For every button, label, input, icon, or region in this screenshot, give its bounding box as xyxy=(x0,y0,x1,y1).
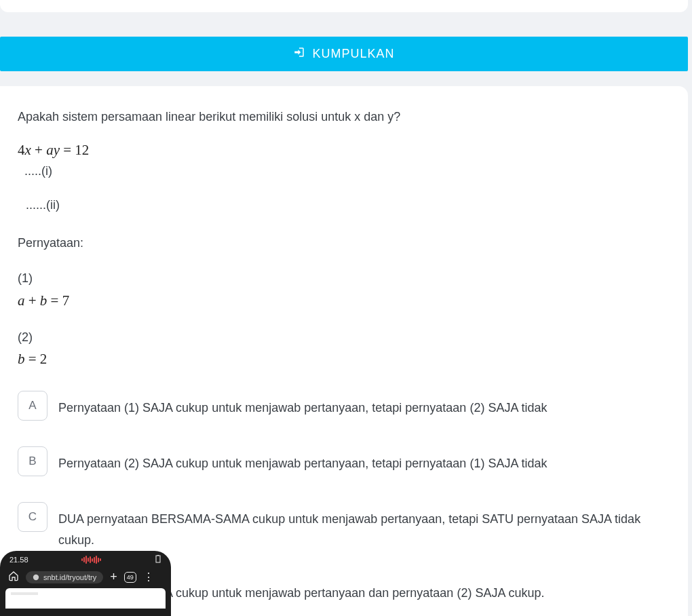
option-b-text: Pernyataan (2) SAJA cukup untuk menjawab… xyxy=(58,446,670,474)
svg-point-2 xyxy=(33,574,39,579)
option-a-key[interactable]: A xyxy=(18,391,47,421)
menu-dots-icon[interactable]: ⋮ xyxy=(143,571,153,583)
equation-1: 4x + ay = 12 xyxy=(18,139,670,161)
statement-1-equation: a + b = 7 xyxy=(18,290,670,312)
login-icon xyxy=(293,46,305,62)
question-card: Apakah sistem persamaan linear berikut m… xyxy=(0,86,688,616)
new-tab-icon[interactable]: + xyxy=(110,570,117,584)
submit-button[interactable]: KUMPULKAN xyxy=(0,37,688,71)
option-c-text: DUA pernyataan BERSAMA-SAMA cukup untuk … xyxy=(58,502,670,550)
equation-2-tag: ......(ii) xyxy=(26,196,670,215)
phone-time: 21.58 xyxy=(9,556,28,564)
phone-status-bar: 21.58 xyxy=(0,551,171,566)
svg-rect-0 xyxy=(156,556,160,562)
phone-page-preview xyxy=(5,588,166,609)
statement-2-number: (2) xyxy=(18,328,670,347)
battery-icon xyxy=(155,555,161,564)
option-a-text: Pernyataan (1) SAJA cukup untuk menjawab… xyxy=(58,391,670,419)
option-a: A Pernyataan (1) SAJA cukup untuk menjaw… xyxy=(18,391,670,421)
equation-1-tag: .....(i) xyxy=(24,162,670,181)
statement-2-equation: b = 2 xyxy=(18,348,670,370)
recording-wave-icon xyxy=(81,556,101,564)
statement-1-number: (1) xyxy=(18,269,670,288)
tab-count-badge[interactable]: 49 xyxy=(124,572,136,583)
phone-page-line xyxy=(11,592,38,595)
phone-url-text: snbt.id/tryout/try xyxy=(43,573,96,581)
option-c: C DUA pernyataan BERSAMA-SAMA cukup untu… xyxy=(18,502,670,550)
statements-label: Pernyataan: xyxy=(18,234,670,253)
home-icon[interactable] xyxy=(8,571,19,584)
top-card-edge xyxy=(0,0,688,12)
option-b-key[interactable]: B xyxy=(18,446,47,476)
submit-label: KUMPULKAN xyxy=(312,47,394,61)
question-prompt: Apakah sistem persamaan linear berikut m… xyxy=(18,108,670,127)
phone-url-bar[interactable]: snbt.id/tryout/try xyxy=(26,571,103,583)
phone-overlay: 21.58 snbt.id/tryout/try + 49 ⋮ xyxy=(0,551,171,616)
option-b: B Pernyataan (2) SAJA cukup untuk menjaw… xyxy=(18,446,670,476)
svg-rect-1 xyxy=(157,555,159,556)
option-c-key[interactable]: C xyxy=(18,502,47,532)
phone-browser-toolbar: snbt.id/tryout/try + 49 ⋮ xyxy=(0,566,171,588)
